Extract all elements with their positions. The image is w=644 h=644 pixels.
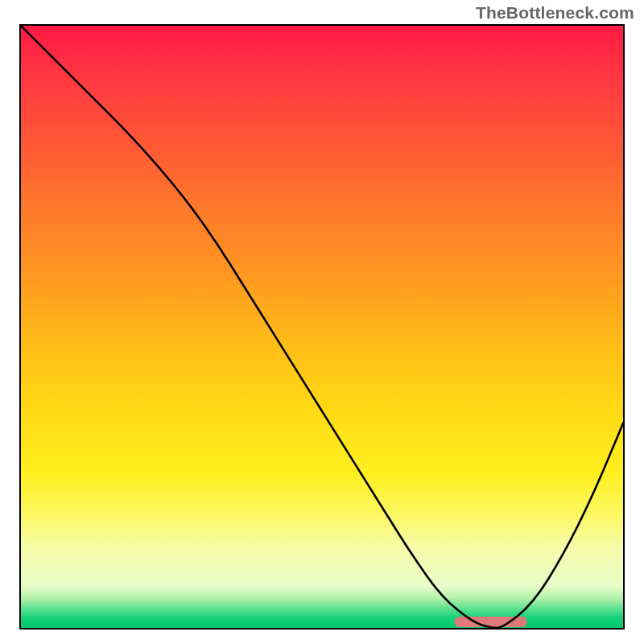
chart-root: TheBottleneck.com [0, 0, 644, 644]
bottleneck-curve [21, 26, 623, 628]
plot-frame [19, 24, 625, 630]
watermark-text: TheBottleneck.com [476, 3, 634, 23]
curve-layer [21, 26, 623, 628]
